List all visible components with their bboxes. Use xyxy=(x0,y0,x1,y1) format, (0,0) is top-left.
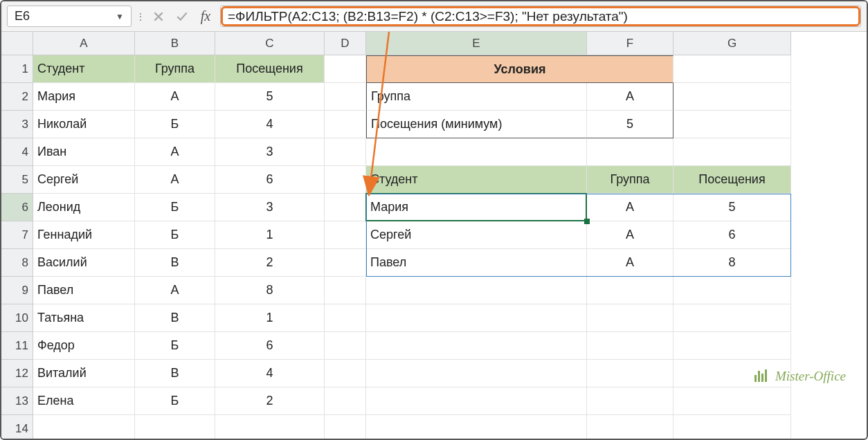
column-header-e[interactable]: E xyxy=(366,32,587,55)
cell-C9[interactable]: 8 xyxy=(215,277,325,304)
cell-E10[interactable] xyxy=(366,304,587,332)
cell-B7[interactable]: Б xyxy=(135,221,215,249)
cell-C13[interactable]: 2 xyxy=(215,387,325,415)
cell-F10[interactable] xyxy=(587,304,673,332)
cell-E11[interactable] xyxy=(366,332,587,360)
cell-B12[interactable]: В xyxy=(135,360,215,387)
cell-C3[interactable]: 4 xyxy=(215,111,325,138)
cell-F14[interactable] xyxy=(587,415,673,439)
cell-D11[interactable] xyxy=(325,332,366,360)
cell-E5[interactable]: Студент xyxy=(366,166,587,194)
cell-C1[interactable]: Посещения xyxy=(215,55,325,83)
column-header-f[interactable]: F xyxy=(587,32,673,55)
column-header-d[interactable]: D xyxy=(325,32,366,55)
cell-E8[interactable]: Павел xyxy=(366,249,587,277)
cell-D9[interactable] xyxy=(325,277,366,304)
cell-G10[interactable] xyxy=(673,304,791,332)
row-header-2[interactable]: 2 xyxy=(1,83,33,111)
cell-E12[interactable] xyxy=(366,360,587,387)
cell-B11[interactable]: Б xyxy=(135,332,215,360)
cell-A2[interactable]: Мария xyxy=(33,83,135,111)
cell-C11[interactable]: 6 xyxy=(215,332,325,360)
cell-B2[interactable]: А xyxy=(135,83,215,111)
cell-F12[interactable] xyxy=(587,360,673,387)
cell-D2[interactable] xyxy=(325,83,366,111)
cell-C2[interactable]: 5 xyxy=(215,83,325,111)
fx-button[interactable]: fx xyxy=(194,1,217,31)
column-header-a[interactable]: A xyxy=(33,32,135,55)
cell-F5[interactable]: Группа xyxy=(587,166,673,194)
column-header-g[interactable]: G xyxy=(673,32,791,55)
cell-E9[interactable] xyxy=(366,277,587,304)
accept-formula-button[interactable] xyxy=(170,1,194,31)
cell-D12[interactable] xyxy=(325,360,366,387)
cell-C7[interactable]: 1 xyxy=(215,221,325,249)
cell-D4[interactable] xyxy=(325,138,366,166)
row-header-3[interactable]: 3 xyxy=(1,111,33,138)
cell-B10[interactable]: В xyxy=(135,304,215,332)
row-header-1[interactable]: 1 xyxy=(1,55,33,83)
cell-B5[interactable]: А xyxy=(135,166,215,194)
cell-G8[interactable]: 8 xyxy=(673,249,791,277)
cell-A6[interactable]: Леонид xyxy=(33,194,135,221)
cell-B3[interactable]: Б xyxy=(135,111,215,138)
cell-F13[interactable] xyxy=(587,387,673,415)
cell-D1[interactable] xyxy=(325,55,366,83)
cell-G13[interactable] xyxy=(673,387,791,415)
cell-B9[interactable]: А xyxy=(135,277,215,304)
cell-B13[interactable]: Б xyxy=(135,387,215,415)
cell-C14[interactable] xyxy=(215,415,325,439)
row-header-11[interactable]: 11 xyxy=(1,332,33,360)
cell-A11[interactable]: Федор xyxy=(33,332,135,360)
cell-F9[interactable] xyxy=(587,277,673,304)
cell-A14[interactable] xyxy=(33,415,135,439)
cell-E6[interactable]: Мария xyxy=(366,194,587,221)
cell-G11[interactable] xyxy=(673,332,791,360)
cell-G5[interactable]: Посещения xyxy=(673,166,791,194)
cell-D14[interactable] xyxy=(325,415,366,439)
cell-D6[interactable] xyxy=(325,194,366,221)
column-header-b[interactable]: B xyxy=(135,32,215,55)
cell-D10[interactable] xyxy=(325,304,366,332)
cell-E14[interactable] xyxy=(366,415,587,439)
row-header-5[interactable]: 5 xyxy=(1,166,33,194)
formula-input[interactable]: =ФИЛЬТР(A2:C13; (B2:B13=F2) * (C2:C13>=F… xyxy=(220,6,861,27)
cell-E4[interactable] xyxy=(366,138,587,166)
cell-G2[interactable] xyxy=(673,83,791,111)
cell-C4[interactable]: 3 xyxy=(215,138,325,166)
cell-A12[interactable]: Виталий xyxy=(33,360,135,387)
cell-B4[interactable]: А xyxy=(135,138,215,166)
cell-G3[interactable] xyxy=(673,111,791,138)
cell-D5[interactable] xyxy=(325,166,366,194)
name-box[interactable]: E6 ▼ xyxy=(7,6,132,27)
row-header-12[interactable]: 12 xyxy=(1,360,33,387)
cell-A9[interactable]: Павел xyxy=(33,277,135,304)
cell-A4[interactable]: Иван xyxy=(33,138,135,166)
cell-D7[interactable] xyxy=(325,221,366,249)
cell-F6[interactable]: А xyxy=(587,194,673,221)
cell-A8[interactable]: Василий xyxy=(33,249,135,277)
cell-C12[interactable]: 4 xyxy=(215,360,325,387)
row-header-13[interactable]: 13 xyxy=(1,387,33,415)
cell-E3[interactable]: Посещения (минимум) xyxy=(366,111,587,138)
cell-F8[interactable]: А xyxy=(587,249,673,277)
row-header-10[interactable]: 10 xyxy=(1,304,33,332)
cell-F3[interactable]: 5 xyxy=(587,111,673,138)
cell-F7[interactable]: А xyxy=(587,221,673,249)
cell-A1[interactable]: Студент xyxy=(33,55,135,83)
column-header-c[interactable]: C xyxy=(215,32,325,55)
cell-D13[interactable] xyxy=(325,387,366,415)
cell-C6[interactable]: 3 xyxy=(215,194,325,221)
cell-G9[interactable] xyxy=(673,277,791,304)
cell-C10[interactable]: 1 xyxy=(215,304,325,332)
cell-F11[interactable] xyxy=(587,332,673,360)
cell-A5[interactable]: Сергей xyxy=(33,166,135,194)
cell-C8[interactable]: 2 xyxy=(215,249,325,277)
cell-G7[interactable]: 6 xyxy=(673,221,791,249)
cell-C5[interactable]: 6 xyxy=(215,166,325,194)
cell-E13[interactable] xyxy=(366,387,587,415)
spreadsheet-grid[interactable]: ABCDEFG 1234567891011121314 СтудентГрупп… xyxy=(1,32,867,439)
cell-D3[interactable] xyxy=(325,111,366,138)
chevron-down-icon[interactable]: ▼ xyxy=(116,12,124,21)
cell-A3[interactable]: Николай xyxy=(33,111,135,138)
